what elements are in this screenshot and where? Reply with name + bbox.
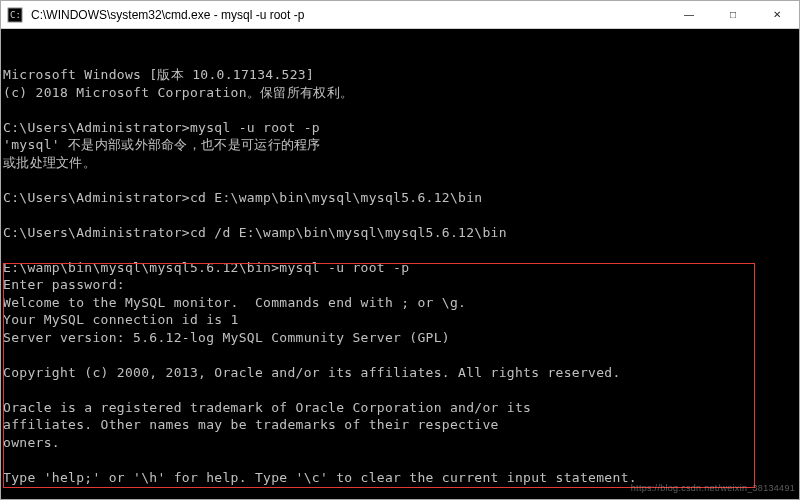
console-area[interactable]: Microsoft Windows [版本 10.0.17134.523] (c… (1, 29, 799, 499)
titlebar[interactable]: C: C:\WINDOWS\system32\cmd.exe - mysql -… (1, 1, 799, 29)
cmd-window: C: C:\WINDOWS\system32\cmd.exe - mysql -… (0, 0, 800, 500)
minimize-button[interactable]: — (667, 1, 711, 28)
svg-text:C:: C: (10, 10, 21, 20)
window-controls: — □ ✕ (667, 1, 799, 28)
console-text: Microsoft Windows [版本 10.0.17134.523] (c… (3, 66, 799, 499)
window-title: C:\WINDOWS\system32\cmd.exe - mysql -u r… (29, 8, 667, 22)
cmd-icon: C: (1, 7, 29, 23)
watermark: https://blog.csdn.net/weixin_38134491 (631, 480, 795, 498)
maximize-button[interactable]: □ (711, 1, 755, 28)
close-button[interactable]: ✕ (755, 1, 799, 28)
